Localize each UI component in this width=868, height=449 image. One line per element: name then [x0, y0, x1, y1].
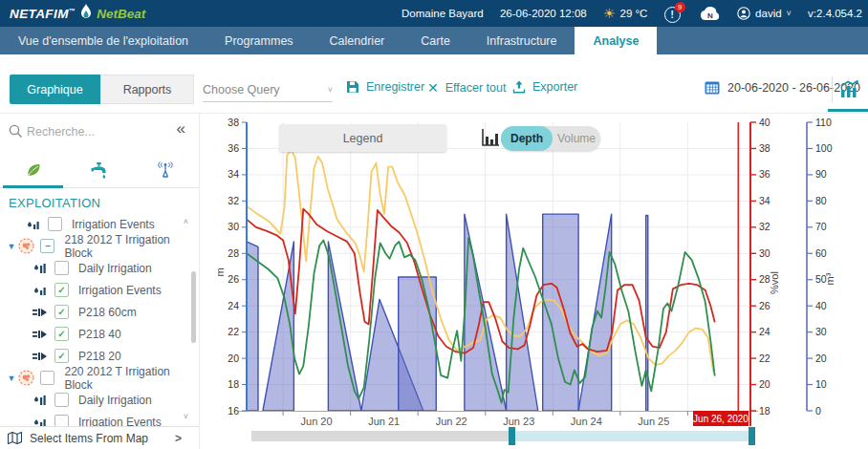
farm-name[interactable]: Domaine Bayard — [401, 8, 484, 19]
svg-text:18: 18 — [759, 405, 770, 417]
checkbox-indeterminate[interactable]: – — [40, 239, 54, 253]
checkbox-checked[interactable]: ✓ — [54, 305, 69, 319]
volume-toggle-option[interactable]: Volume — [553, 126, 600, 151]
svg-text:70: 70 — [815, 221, 827, 232]
alerts-button[interactable]: ! 9 — [664, 5, 684, 22]
netafim-brand: NETAFIM™ — [10, 7, 76, 21]
tree-item-daily-irrigation[interactable]: Daily Irrigation — [0, 257, 199, 279]
tree-item-label: P218 20 — [78, 350, 121, 363]
antenna-icon — [156, 161, 175, 179]
checkbox-unchecked[interactable] — [54, 261, 69, 275]
sensor-icon — [32, 329, 49, 340]
svg-text:0: 0 — [815, 405, 821, 417]
tab-agronomy[interactable] — [0, 152, 66, 187]
tree-item-irrigation-events[interactable]: Irrigation Events — [0, 411, 199, 427]
svg-text:38: 38 — [228, 117, 239, 128]
tab-irrigation[interactable] — [66, 152, 132, 187]
svg-text:28: 28 — [759, 273, 770, 285]
map-icon — [8, 432, 22, 444]
svg-text:20: 20 — [228, 353, 239, 364]
collapse-sidebar-button[interactable]: « — [177, 119, 185, 139]
checkbox-unchecked[interactable] — [54, 393, 69, 407]
tree-item-label: Daily Irrigation — [78, 262, 152, 275]
svg-text:110: 110 — [815, 117, 832, 128]
tree-item-label: 220 2012 T Irrigation Block — [64, 365, 199, 392]
svg-text:Jun 25: Jun 25 — [638, 416, 669, 427]
time-scrollbar-track-past[interactable] — [251, 431, 510, 441]
search-field[interactable]: Recherche... « — [0, 114, 199, 152]
clear-all-button[interactable]: ✕ Effacer tout — [427, 80, 506, 96]
analytics-chart-icon — [839, 78, 860, 99]
svg-text:32: 32 — [759, 221, 770, 232]
svg-text:20: 20 — [759, 378, 770, 390]
nav-item-2[interactable]: Calendrier — [312, 27, 403, 54]
tree-scrollbar[interactable] — [191, 271, 196, 343]
tree-item-220-2012-t-irrigation-block[interactable]: ▼220 2012 T Irrigation Block — [0, 367, 199, 389]
leaf-icon — [25, 161, 42, 179]
legend-button[interactable]: Legend — [279, 124, 446, 152]
svg-text:80: 80 — [815, 195, 827, 206]
checkbox-unchecked[interactable] — [40, 371, 54, 385]
query-select[interactable]: Choose Query ˅ — [203, 78, 333, 102]
tree-item-p218-40[interactable]: ✓P218 40 — [0, 323, 199, 345]
events-icon — [32, 284, 49, 297]
caret-down-icon[interactable]: ▼ — [5, 374, 18, 383]
scroll-up-icon[interactable]: ˄ — [184, 217, 188, 226]
nav-item-1[interactable]: Programmes — [206, 27, 312, 54]
events-icon — [25, 218, 42, 231]
block-icon — [18, 370, 35, 386]
checkbox-checked[interactable]: ✓ — [54, 327, 69, 341]
user-menu[interactable]: david ˅ — [737, 7, 792, 20]
section-title: EXPLOITATION — [9, 196, 100, 210]
select-from-map-button[interactable]: Select Items From Map > — [0, 426, 199, 449]
graphique-tab-button[interactable]: Graphique — [10, 75, 100, 104]
nav-item-3[interactable]: Carte — [402, 27, 468, 54]
svg-text:22: 22 — [228, 326, 239, 337]
tree-item-p218-60cm[interactable]: ✓P218 60cm — [0, 301, 199, 323]
netbeat-drop-icon — [79, 4, 93, 23]
checkbox-unchecked[interactable] — [48, 217, 62, 231]
save-button[interactable]: Enregistrer — [346, 80, 424, 94]
caret-down-icon[interactable]: ▼ — [5, 242, 18, 251]
time-scrollbar-track-selected[interactable] — [515, 431, 749, 441]
export-icon — [512, 80, 526, 94]
svg-text:50: 50 — [815, 273, 827, 285]
save-icon — [346, 80, 359, 94]
svg-text:m: m — [218, 267, 226, 276]
daily-icon — [32, 262, 49, 275]
rapports-tab-button[interactable]: Rapports — [100, 75, 194, 104]
svg-text:22: 22 — [759, 353, 770, 364]
scroll-down-icon[interactable]: ˅ — [184, 412, 188, 421]
sidebar: Recherche... « EXPLOITATION Irrigation E… — [0, 114, 200, 449]
checkbox-checked[interactable]: ✓ — [54, 349, 69, 363]
depth-volume-toggle: Depth Volume — [501, 126, 600, 151]
export-button[interactable]: Exporter — [512, 80, 577, 94]
main-nav: Vue d'ensemble de l'exploitationProgramm… — [0, 27, 868, 54]
nav-item-5[interactable]: Analyse — [575, 27, 657, 54]
temperature-value: 29 °C — [620, 8, 648, 19]
user-name: david — [755, 8, 782, 19]
weather-widget[interactable]: ☀ 29 °C — [603, 7, 647, 20]
tree-item-218-2012-t-irrigation-block[interactable]: ▼–218 2012 T Irrigation Block — [0, 235, 199, 257]
svg-text:10: 10 — [815, 378, 827, 390]
time-scrollbar-right-handle[interactable] — [749, 427, 755, 445]
svg-text:90: 90 — [815, 168, 827, 180]
analytics-view-button[interactable] — [839, 78, 860, 103]
checkbox-checked[interactable]: ✓ — [54, 283, 69, 297]
depth-toggle-option[interactable]: Depth — [501, 126, 553, 151]
tree-item-irrigation-events[interactable]: ✓Irrigation Events — [0, 279, 199, 301]
svg-text:36: 36 — [759, 168, 770, 180]
time-scrollbar-left-handle[interactable] — [509, 427, 515, 445]
date-range-picker[interactable]: 20-06-2020 - 26-06-2020 — [705, 80, 860, 95]
person-icon — [737, 7, 750, 20]
nav-item-0[interactable]: Vue d'ensemble de l'exploitation — [0, 27, 206, 54]
svg-text:38: 38 — [759, 142, 770, 154]
query-select-value: Choose Query — [203, 83, 280, 96]
svg-text:36: 36 — [228, 142, 239, 154]
tree-item-daily-irrigation[interactable]: Daily Irrigation — [0, 389, 199, 411]
tab-devices[interactable] — [133, 152, 199, 187]
tree-item-label: 218 2012 T Irrigation Block — [64, 233, 199, 260]
svg-text:30: 30 — [759, 247, 770, 259]
nav-item-4[interactable]: Infrastructure — [468, 27, 575, 54]
cloud-status-icon[interactable]: N — [700, 7, 721, 21]
